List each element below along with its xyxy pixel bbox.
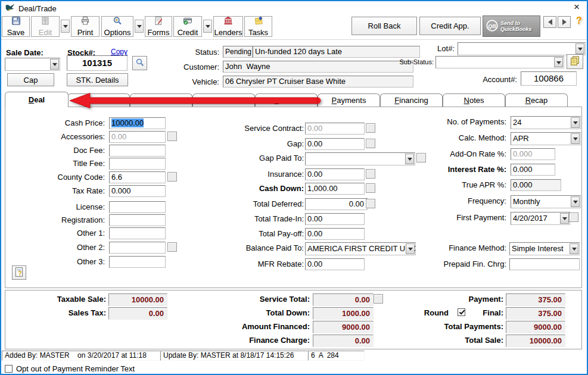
total-sale-value: 10000.00 — [506, 335, 565, 347]
total-sale-label: Total Sale: — [402, 336, 503, 345]
total-payments-label: Total Payments: — [402, 322, 503, 331]
service-total-button[interactable] — [374, 294, 383, 304]
taxable-sale-value: 10000.00 — [108, 293, 167, 306]
round-label: Round — [396, 308, 449, 317]
payment-value: 375.00 — [506, 293, 565, 306]
deal-trade-window: Deal/Trade × Save Edit Print Options For… — [0, 0, 588, 375]
sales-tax-label: Sales Tax: — [5, 308, 106, 317]
amount-financed-label: Amount Financed: — [185, 322, 310, 331]
taxable-sale-label: Taxable Sale: — [5, 295, 106, 304]
sales-tax-value: 0.00 — [108, 307, 167, 320]
amount-financed-value: 9000.00 — [313, 321, 374, 333]
service-total-label: Service Total: — [185, 295, 310, 304]
total-down-value: 1000.00 — [313, 307, 374, 320]
service-total-value: 0.00 — [313, 293, 374, 306]
finance-charge-value: 0.00 — [313, 335, 374, 347]
total-payments-value: 9000.00 — [506, 321, 565, 333]
final-value: 375.00 — [506, 307, 565, 320]
form-help-button[interactable]: ? — [12, 265, 26, 280]
round-checkbox[interactable] — [458, 308, 465, 316]
finance-charge-label: Finance Charge: — [185, 336, 310, 345]
total-down-label: Total Down: — [185, 308, 310, 317]
tab-deal[interactable]: Deal — [5, 92, 69, 107]
help-doc-icon: ? — [14, 267, 24, 279]
summary-rows: Taxable Sale:10000.00Sales Tax:0.00Servi… — [0, 0, 588, 375]
payment-label: Payment: — [402, 295, 503, 304]
svg-text:?: ? — [18, 270, 22, 277]
